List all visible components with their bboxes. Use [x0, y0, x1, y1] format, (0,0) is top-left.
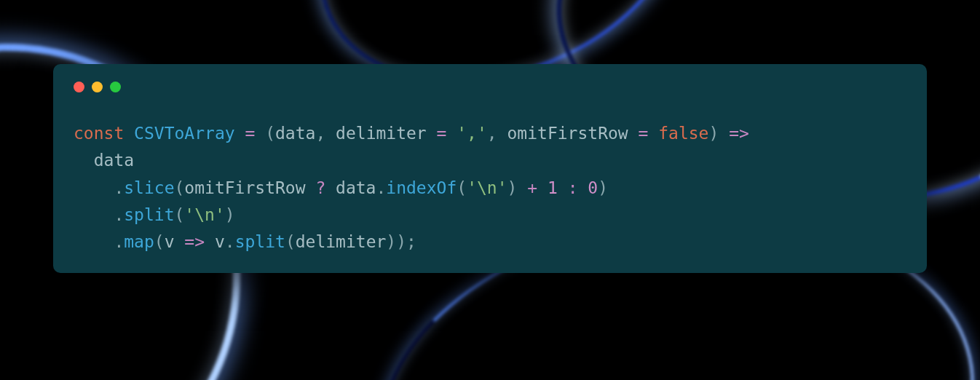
- token-identifier: v: [165, 232, 175, 251]
- token-paren: ): [386, 232, 396, 251]
- token-boolean: false: [658, 124, 708, 143]
- token-method: indexOf: [386, 178, 457, 197]
- token-paren: ): [598, 178, 608, 197]
- token-paren: ): [396, 232, 406, 251]
- token-paren: (: [457, 178, 467, 197]
- token-identifier: data: [275, 124, 315, 143]
- token-dot: .: [376, 178, 386, 197]
- token-paren: ): [708, 124, 719, 143]
- token-operator: ?: [306, 178, 336, 197]
- token-method: map: [124, 232, 154, 251]
- token-number: 1: [548, 178, 558, 197]
- token-indent: [74, 151, 94, 170]
- token-dot: .: [225, 232, 235, 251]
- code-block: const CSVToArray = (data, delimiter = ',…: [74, 120, 906, 256]
- token-number: 0: [588, 178, 598, 197]
- token-identifier: omitFirstRow: [184, 178, 305, 197]
- minimize-icon[interactable]: [92, 82, 103, 92]
- token-operator: +: [517, 178, 548, 197]
- token-identifier: omitFirstRow: [507, 124, 628, 143]
- token-dot: .: [114, 205, 124, 224]
- token-operator: =: [235, 124, 266, 143]
- token-operator: =: [427, 124, 457, 143]
- token-identifier: v: [215, 232, 225, 251]
- token-paren: (: [154, 232, 165, 251]
- token-semicolon: ;: [406, 232, 416, 251]
- token-comma: ,: [487, 124, 507, 143]
- token-dot: .: [114, 232, 124, 251]
- token-method: split: [124, 205, 174, 224]
- token-dot: .: [114, 178, 124, 197]
- token-arrow: =>: [175, 232, 215, 251]
- token-identifier: delimiter: [336, 124, 427, 143]
- token-operator: =: [628, 124, 659, 143]
- window-traffic-lights: [74, 82, 906, 92]
- token-paren: (: [285, 232, 296, 251]
- token-indent: [74, 178, 114, 197]
- token-method: slice: [124, 178, 174, 197]
- token-arrow: =>: [719, 124, 749, 143]
- token-keyword: const: [74, 124, 124, 143]
- close-icon[interactable]: [74, 82, 84, 92]
- token-indent: [74, 205, 114, 224]
- token-paren: ): [507, 178, 518, 197]
- token-paren: (: [265, 124, 275, 143]
- token-method: split: [235, 232, 285, 251]
- code-card: const CSVToArray = (data, delimiter = ',…: [53, 64, 927, 273]
- token-indent: [74, 232, 114, 251]
- token-identifier: delimiter: [296, 232, 387, 251]
- token-string: '\n': [467, 178, 507, 197]
- token-paren: (: [175, 205, 185, 224]
- token-identifier: data: [94, 151, 134, 170]
- token-identifier: data: [336, 178, 376, 197]
- token-operator: :: [558, 178, 588, 197]
- token-comma: ,: [315, 124, 336, 143]
- token-string: ',': [457, 124, 487, 143]
- token-string: '\n': [184, 205, 224, 224]
- token-function-name: CSVToArray: [134, 124, 234, 143]
- token-paren: ): [225, 205, 235, 224]
- token-paren: (: [175, 178, 185, 197]
- maximize-icon[interactable]: [110, 82, 121, 92]
